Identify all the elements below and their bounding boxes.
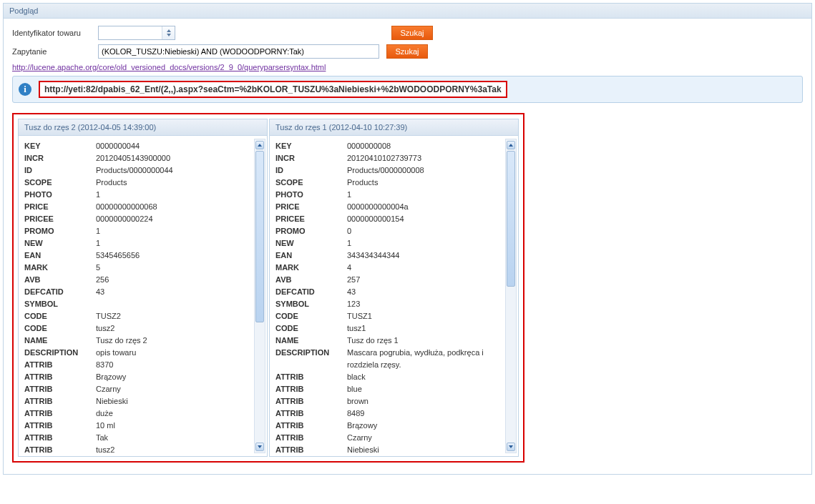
- kv-row: ATTRIBNiebieski: [275, 444, 497, 456]
- result-card: Tusz do rzęs 1 (2012-04-10 10:27:39) KEY…: [269, 119, 519, 457]
- kv-key: ATTRIB: [24, 444, 96, 456]
- kv-row: ATTRIBblue: [275, 383, 497, 395]
- kv-key: ATTRIB: [275, 383, 347, 395]
- kv-row: PRICE00000000000068: [24, 201, 246, 213]
- kv-value: 8370: [96, 359, 246, 371]
- kv-row: SCOPEProducts: [275, 177, 497, 189]
- kv-key: ATTRIB: [24, 420, 96, 432]
- kv-row: AVB256: [24, 274, 246, 286]
- kv-key: ATTRIB: [24, 359, 96, 371]
- kv-row: DEFCATID43: [24, 286, 246, 298]
- kv-value: 20120405143900000: [96, 152, 246, 164]
- kv-key: ATTRIB: [275, 407, 347, 420]
- kv-key: NEW: [24, 237, 96, 249]
- kv-row: ATTRIB8489: [275, 407, 497, 420]
- kv-row: ATTRIBCzarny: [24, 383, 246, 395]
- kv-value: 1: [96, 225, 246, 237]
- kv-row: INCR20120405143900000: [24, 152, 246, 164]
- kv-key: SCOPE: [24, 177, 96, 189]
- kv-row: NAMETusz do rzęs 1: [275, 335, 497, 347]
- kv-value: duże: [96, 407, 246, 420]
- id-spinner[interactable]: [162, 26, 175, 39]
- kv-key: SCOPE: [275, 177, 347, 189]
- scroll-up-icon[interactable]: [255, 141, 264, 149]
- chevron-up-icon: [167, 29, 171, 32]
- scroll-thumb[interactable]: [507, 151, 515, 287]
- kv-key: EAN: [275, 249, 347, 262]
- kv-value: 5345465656: [96, 249, 246, 262]
- kv-value: Mascara pogrubia, wydłuża, podkręca i ro…: [347, 347, 497, 371]
- panel-body: Identyfikator towaru Szukaj Zapytanie Sz…: [4, 19, 811, 474]
- kv-key: DEFCATID: [24, 286, 96, 298]
- kv-row: ATTRIBTak: [24, 432, 246, 444]
- scroll-thumb[interactable]: [255, 151, 264, 322]
- kv-row: PHOTO1: [24, 189, 246, 201]
- kv-value: 5: [96, 262, 246, 274]
- id-input[interactable]: [99, 26, 162, 39]
- kv-value: 8489: [347, 407, 497, 420]
- kv-row: CODEtusz1: [275, 322, 497, 335]
- kv-value: Czarny: [96, 383, 246, 395]
- kv-key: ATTRIB: [275, 444, 347, 456]
- chevron-down-icon: [167, 34, 171, 36]
- kv-key: ATTRIB: [24, 407, 96, 420]
- kv-value: Niebieski: [347, 444, 497, 456]
- help-link-row: http://lucene.apache.org/core/old_versio…: [12, 63, 803, 71]
- kv-value: Tusz do rzęs 1: [347, 335, 497, 347]
- kv-value: 256: [96, 274, 246, 286]
- kv-key: DESCRIPTION: [24, 347, 96, 359]
- kv-row: SYMBOL: [24, 298, 246, 310]
- scrollbar[interactable]: [505, 139, 517, 453]
- kv-key: PRICEE: [275, 213, 347, 225]
- request-url: http://yeti:82/dpabis_62_Ent/(2,,).aspx?…: [39, 81, 507, 98]
- kv-value: 0000000044: [96, 140, 246, 152]
- search-query-button[interactable]: Szukaj: [386, 44, 428, 59]
- kv-row: EAN5345465656: [24, 249, 246, 262]
- kv-key: CODE: [24, 310, 96, 322]
- scroll-down-icon[interactable]: [507, 443, 515, 451]
- query-row: Zapytanie Szukaj: [12, 44, 803, 59]
- kv-value: Tusz do rzęs 2: [96, 335, 246, 347]
- kv-row: ATTRIBBrązowy: [24, 371, 246, 383]
- kv-row: IDProducts/0000000008: [275, 164, 497, 177]
- kv-row: ATTRIBNiebieski: [24, 395, 246, 407]
- kv-value: 0: [347, 225, 497, 237]
- kv-row: ATTRIBCzarny: [275, 432, 497, 444]
- kv-value: 4: [347, 262, 497, 274]
- kv-row: NEW1: [24, 237, 246, 249]
- kv-row: SYMBOL123: [275, 298, 497, 310]
- kv-row: DEFCATID43: [275, 286, 497, 298]
- kv-row: NEW1: [275, 237, 497, 249]
- scroll-up-icon[interactable]: [507, 141, 515, 149]
- help-link[interactable]: http://lucene.apache.org/core/old_versio…: [12, 63, 326, 71]
- kv-key: AVB: [275, 274, 347, 286]
- kv-row: PHOTO1: [275, 189, 497, 201]
- kv-value: 1: [347, 189, 497, 201]
- kv-key: NAME: [275, 335, 347, 347]
- kv-key: ID: [275, 164, 347, 177]
- kv-row: EAN343434344344: [275, 249, 497, 262]
- search-id-button[interactable]: Szukaj: [391, 26, 433, 40]
- kv-key: KEY: [275, 140, 347, 152]
- kv-row: MARK5: [24, 262, 246, 274]
- kv-key: ATTRIB: [275, 432, 347, 444]
- kv-key: EAN: [24, 249, 96, 262]
- kv-key: AVB: [24, 274, 96, 286]
- kv-value: brown: [347, 395, 497, 407]
- kv-value: 00000000000068: [96, 201, 246, 213]
- kv-row: NAMETusz do rzęs 2: [24, 335, 246, 347]
- kv-key: SYMBOL: [275, 298, 347, 310]
- kv-table-1: KEY0000000008INCR20120410102739773IDProd…: [275, 140, 497, 456]
- panel-title: Podgląd: [4, 4, 811, 19]
- scrollbar[interactable]: [254, 139, 265, 453]
- kv-value: Products: [96, 177, 246, 189]
- kv-row: KEY0000000008: [275, 140, 497, 152]
- query-input[interactable]: [98, 44, 379, 59]
- scroll-down-icon[interactable]: [255, 443, 264, 451]
- kv-table-0: KEY0000000044INCR20120405143900000IDProd…: [24, 140, 246, 456]
- kv-value: black: [347, 371, 497, 383]
- kv-key: ATTRIB: [275, 371, 347, 383]
- kv-row: CODEtusz2: [24, 322, 246, 335]
- kv-row: MARK4: [275, 262, 497, 274]
- kv-row: PROMO0: [275, 225, 497, 237]
